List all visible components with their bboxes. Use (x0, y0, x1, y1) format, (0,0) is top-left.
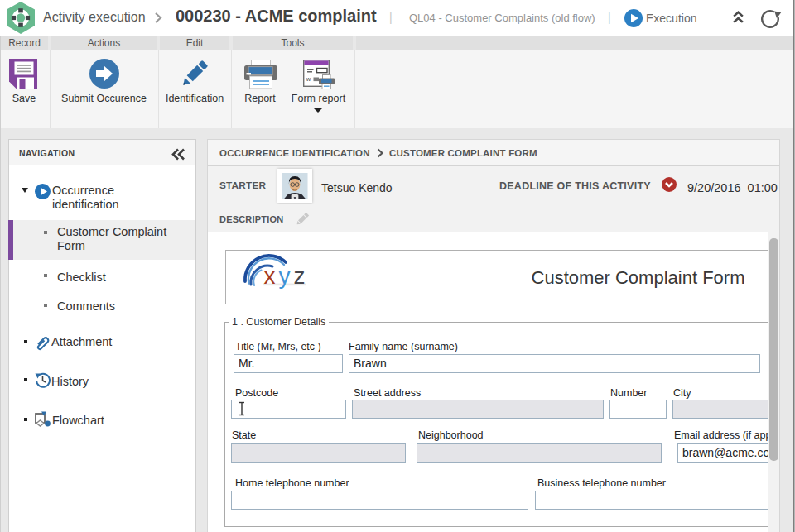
svg-text:w: w (306, 75, 311, 83)
svg-text:z: z (294, 263, 306, 289)
svg-text:y: y (279, 263, 291, 289)
svg-text:x: x (264, 263, 276, 289)
